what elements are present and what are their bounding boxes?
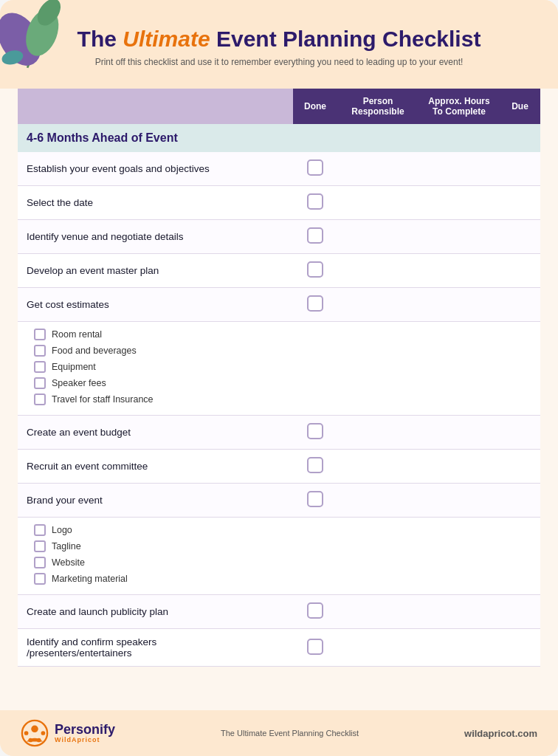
checkbox-cell[interactable] xyxy=(293,254,337,288)
sub-checkbox[interactable] xyxy=(34,345,46,357)
person-cell xyxy=(337,450,418,484)
task-name: Select the date xyxy=(18,186,293,220)
hours-cell xyxy=(418,450,500,484)
checkbox-cell[interactable] xyxy=(293,416,337,450)
due-cell xyxy=(500,220,540,254)
table-row: Get cost estimates xyxy=(18,288,540,322)
sub-items-row: Room rental Food and beverages Equipment… xyxy=(18,322,540,416)
checkbox[interactable] xyxy=(307,423,323,439)
sub-checkbox[interactable] xyxy=(34,329,46,340)
sub-checkbox[interactable] xyxy=(34,557,46,568)
checkbox-cell[interactable] xyxy=(293,152,337,186)
hours-cell xyxy=(418,254,500,288)
checklist-table: Done PersonResponsible Approx. HoursTo C… xyxy=(18,89,540,667)
sub-checkbox[interactable] xyxy=(34,524,46,536)
task-name: Recruit an event committee xyxy=(18,450,293,484)
list-item: Equipment xyxy=(34,359,531,375)
sub-item-label: Tagline xyxy=(52,541,81,551)
due-cell xyxy=(500,595,540,629)
svg-point-8 xyxy=(41,731,46,735)
table-row: Develop an event master plan xyxy=(18,254,540,288)
footer-url: wildapricot.com xyxy=(464,728,537,739)
col-task xyxy=(18,89,293,124)
leaf-decoration-icon xyxy=(0,0,89,81)
person-cell xyxy=(337,288,418,322)
svg-point-6 xyxy=(31,726,38,733)
sub-checkbox[interactable] xyxy=(34,573,46,585)
checkbox[interactable] xyxy=(307,457,323,473)
col-due: Due xyxy=(500,89,540,124)
sub-item-label: Travel for staff Insurance xyxy=(52,394,154,405)
sub-checkbox[interactable] xyxy=(34,394,46,405)
checkbox-cell[interactable] xyxy=(293,186,337,220)
checkbox[interactable] xyxy=(307,261,323,278)
brand-sub: WildApricot xyxy=(55,736,115,743)
table-row: Create and launch publicity plan xyxy=(18,595,540,629)
sub-item-label: Room rental xyxy=(52,329,102,340)
brand-name: Personify xyxy=(55,723,115,736)
person-cell xyxy=(337,254,418,288)
sub-item-label: Website xyxy=(52,557,85,568)
sub-checkbox[interactable] xyxy=(34,540,46,552)
table-row: Select the date xyxy=(18,186,540,220)
person-cell xyxy=(337,629,418,667)
checkbox[interactable] xyxy=(307,227,323,244)
sub-items-row: Logo Tagline Website Marketing material xyxy=(18,518,540,595)
checkbox[interactable] xyxy=(307,295,323,312)
hours-cell xyxy=(418,220,500,254)
task-name: Create and launch publicity plan xyxy=(18,595,293,629)
checkbox-cell[interactable] xyxy=(293,220,337,254)
sub-item-label: Speaker fees xyxy=(52,378,106,388)
sub-items-container: Logo Tagline Website Marketing material xyxy=(27,522,531,587)
section-label: 4-6 Months Ahead of Event xyxy=(18,124,540,152)
task-name: Get cost estimates xyxy=(18,288,293,322)
hours-cell xyxy=(418,595,500,629)
checkbox[interactable] xyxy=(307,193,323,210)
svg-point-9 xyxy=(28,738,32,743)
column-header-row: Done PersonResponsible Approx. HoursTo C… xyxy=(18,89,540,124)
sub-checkbox[interactable] xyxy=(34,361,46,373)
checkbox-cell[interactable] xyxy=(293,288,337,322)
header: The Ultimate Event Planning Checklist Pr… xyxy=(0,0,558,89)
footer-brand: Personify WildApricot xyxy=(55,723,115,743)
checkbox-cell[interactable] xyxy=(293,450,337,484)
person-cell xyxy=(337,152,418,186)
col-done: Done xyxy=(293,89,337,124)
task-name: Establish your event goals and objective… xyxy=(18,152,293,186)
checkbox-cell[interactable] xyxy=(293,629,337,667)
section-header-row: 4-6 Months Ahead of Event xyxy=(18,124,540,152)
table-row: Create an event budget xyxy=(18,416,540,450)
table-row: Brand your event xyxy=(18,484,540,518)
checkbox[interactable] xyxy=(307,491,323,507)
task-name: Brand your event xyxy=(18,484,293,518)
person-cell xyxy=(337,484,418,518)
checkbox-cell[interactable] xyxy=(293,595,337,629)
checkbox-cell[interactable] xyxy=(293,484,337,518)
hours-cell xyxy=(418,416,500,450)
checkbox[interactable] xyxy=(307,602,323,619)
col-person: PersonResponsible xyxy=(337,89,418,124)
hours-cell xyxy=(418,288,500,322)
sub-checkbox[interactable] xyxy=(34,377,46,389)
hours-cell xyxy=(418,484,500,518)
sub-item-label: Food and beverages xyxy=(52,346,137,356)
header-subtitle: Print off this checklist and use it to r… xyxy=(95,57,464,67)
list-item: Room rental xyxy=(34,326,531,343)
table-row: Identify and confirm speakers/presenters… xyxy=(18,629,540,667)
svg-point-7 xyxy=(24,731,29,735)
hours-cell xyxy=(418,629,500,667)
task-name: Identify venue and negotiate details xyxy=(18,220,293,254)
checkbox[interactable] xyxy=(307,159,323,176)
table-row: Recruit an event committee xyxy=(18,450,540,484)
page-title: The Ultimate Event Planning Checklist xyxy=(78,26,481,52)
list-item: Website xyxy=(34,554,531,571)
task-name: Develop an event master plan xyxy=(18,254,293,288)
person-cell xyxy=(337,595,418,629)
due-cell xyxy=(500,629,540,667)
task-name: Identify and confirm speakers/presenters… xyxy=(18,629,293,667)
due-cell xyxy=(500,288,540,322)
personify-logo-icon xyxy=(21,719,49,747)
hours-cell xyxy=(418,186,500,220)
sub-items-cell: Room rental Food and beverages Equipment… xyxy=(18,322,540,416)
checkbox[interactable] xyxy=(307,639,323,655)
